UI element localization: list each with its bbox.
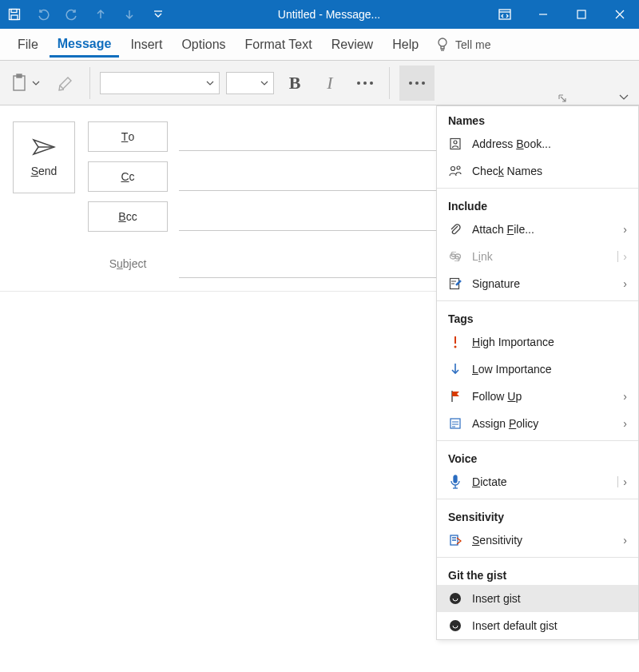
tell-me-search[interactable]: Tell me — [436, 37, 490, 53]
menu-item-signature[interactable]: Signature › — [437, 270, 638, 297]
menu-heading-voice: Voice — [437, 444, 638, 468]
menu-item-high-importance[interactable]: High Importance — [437, 328, 638, 356]
link-icon — [449, 252, 462, 261]
menu-item-check-names[interactable]: Check Names — [437, 157, 638, 185]
menu-item-link: Link › — [437, 243, 638, 270]
chevron-down-icon — [618, 93, 629, 101]
quick-access-toolbar — [0, 0, 173, 29]
menu-separator — [437, 188, 638, 189]
separator — [389, 67, 390, 99]
send-button[interactable]: Send — [13, 121, 75, 193]
save-icon — [8, 8, 21, 21]
format-painter-button[interactable] — [51, 67, 80, 99]
tab-insert[interactable]: Insert — [122, 33, 170, 57]
font-size-select[interactable] — [226, 72, 274, 94]
svg-rect-13 — [17, 74, 22, 78]
italic-button[interactable]: I — [316, 67, 344, 99]
menu-heading-sensitivity: Sensitivity — [437, 503, 638, 527]
redo-button[interactable] — [58, 0, 86, 29]
svg-point-24 — [454, 346, 457, 348]
low-importance-icon — [450, 363, 461, 376]
close-icon — [615, 10, 625, 19]
menu-item-insert-default-gist[interactable]: Insert default gist — [437, 612, 638, 639]
menu-heading-names: Names — [437, 106, 638, 130]
send-label: Send — [31, 165, 58, 177]
chevron-right-icon: › — [623, 223, 627, 236]
tab-help[interactable]: Help — [384, 33, 427, 57]
menu-label: Signature — [472, 277, 613, 290]
svg-point-17 — [451, 167, 455, 171]
dialog-launcher-icon — [558, 93, 567, 103]
dialog-launcher-button[interactable] — [558, 93, 567, 103]
gist-icon — [449, 592, 462, 605]
window-title: Untitled - Message... — [173, 0, 486, 29]
separator — [89, 67, 90, 99]
ribbon-overflow-menu: Names Address Book... Check Names Includ… — [436, 105, 639, 640]
menu-item-assign-policy[interactable]: Assign Policy › — [437, 410, 638, 437]
menu-heading-include: Include — [437, 192, 638, 216]
maximize-button[interactable] — [562, 0, 601, 29]
address-book-icon — [449, 137, 462, 150]
policy-icon — [449, 417, 462, 430]
gist-icon — [449, 619, 462, 632]
focus-mode-button[interactable] — [486, 0, 524, 29]
svg-rect-1 — [11, 10, 17, 13]
arrow-up-icon — [95, 9, 106, 20]
menu-item-follow-up[interactable]: Follow Up › — [437, 383, 638, 410]
tab-options[interactable]: Options — [173, 33, 233, 57]
paperclip-icon — [449, 223, 462, 236]
menu-label: High Importance — [472, 336, 627, 348]
chevron-down-icon — [206, 79, 214, 87]
tab-file[interactable]: File — [10, 33, 46, 57]
chevron-down-icon — [260, 79, 268, 87]
focus-mode-icon — [498, 9, 511, 20]
menu-label: Link — [472, 250, 608, 263]
collapse-ribbon-button[interactable] — [618, 93, 629, 101]
menu-separator — [437, 440, 638, 441]
chevron-right-icon: › — [623, 534, 627, 547]
undo-button[interactable] — [29, 0, 58, 29]
subject-label: Subject — [88, 257, 168, 270]
minimize-icon — [538, 10, 548, 19]
ribbon-tabs: File Message Insert Options Format Text … — [0, 29, 639, 61]
chevron-right-icon: › — [623, 250, 627, 263]
lightbulb-icon — [436, 37, 449, 53]
signature-icon — [449, 277, 462, 290]
bold-button[interactable]: B — [280, 67, 309, 99]
close-button[interactable] — [601, 0, 639, 29]
chevron-right-icon: › — [623, 475, 627, 488]
prev-item-button[interactable] — [86, 0, 115, 29]
maximize-icon — [577, 10, 586, 19]
menu-item-address-book[interactable]: Address Book... — [437, 130, 638, 157]
font-more-button[interactable] — [351, 67, 379, 99]
font-name-select[interactable] — [100, 72, 220, 94]
tab-format-text[interactable]: Format Text — [237, 33, 320, 57]
bcc-button[interactable]: Bcc — [88, 201, 168, 232]
arrow-down-icon — [124, 9, 135, 20]
tab-message[interactable]: Message — [50, 32, 120, 58]
menu-item-insert-gist[interactable]: Insert gist — [437, 585, 638, 612]
menu-item-dictate[interactable]: Dictate › — [437, 468, 638, 495]
tab-review[interactable]: Review — [323, 33, 381, 57]
menu-item-low-importance[interactable]: Low Importance — [437, 356, 638, 383]
ribbon-overflow-button[interactable] — [399, 66, 435, 101]
menu-item-attach-file[interactable]: Attach File... › — [437, 216, 638, 243]
tell-me-label: Tell me — [455, 38, 490, 51]
high-importance-icon — [452, 336, 458, 348]
cc-button[interactable]: Cc — [88, 161, 168, 192]
next-item-button[interactable] — [115, 0, 144, 29]
to-button[interactable]: To — [88, 121, 168, 152]
menu-label: Dictate — [472, 475, 608, 488]
menu-separator — [437, 557, 638, 558]
qat-customize-button[interactable] — [144, 0, 173, 29]
menu-label: Insert default gist — [472, 619, 627, 632]
svg-point-32 — [450, 593, 461, 604]
paste-button[interactable] — [6, 67, 45, 99]
menu-item-sensitivity[interactable]: Sensitivity › — [437, 527, 638, 554]
svg-point-16 — [454, 141, 457, 144]
chevron-right-icon: › — [623, 277, 627, 290]
menu-label: Insert gist — [472, 592, 627, 605]
save-button[interactable] — [0, 0, 29, 29]
menu-label: Attach File... — [472, 223, 613, 236]
minimize-button[interactable] — [524, 0, 562, 29]
